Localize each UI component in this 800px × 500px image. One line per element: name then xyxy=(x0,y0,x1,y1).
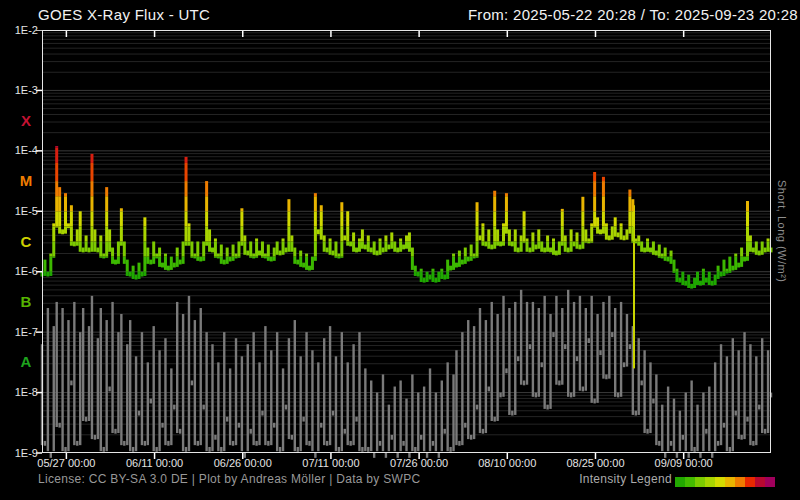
right-axis-label: Short, Long (W/m²) xyxy=(776,180,788,330)
legend-swatch xyxy=(695,477,705,487)
x-axis-label: 05/27 00:00 xyxy=(20,457,112,469)
x-axis-label: 07/26 00:00 xyxy=(373,457,465,469)
x-axis-label: 06/26 00:00 xyxy=(197,457,289,469)
y-axis-label: 1E-4 xyxy=(0,144,38,156)
x-axis-label: 08/10 00:00 xyxy=(461,457,553,469)
flux-plot xyxy=(34,30,779,463)
x-axis-label: 09/09 00:00 xyxy=(638,457,730,469)
x-axis-label: 08/25 00:00 xyxy=(549,457,641,469)
flux-class-M: M xyxy=(14,172,38,189)
legend-swatch xyxy=(725,477,735,487)
y-axis-label: 1E-5 xyxy=(0,205,38,217)
page-title: GOES X-Ray Flux - UTC xyxy=(38,6,210,23)
legend-swatch xyxy=(755,477,765,487)
legend-swatch xyxy=(675,477,685,487)
legend-swatch xyxy=(715,477,725,487)
y-axis-label: 1E-7 xyxy=(0,326,38,338)
flux-class-C: C xyxy=(14,233,38,250)
flux-class-A: A xyxy=(14,353,38,370)
x-axis-label: 07/11 00:00 xyxy=(285,457,377,469)
y-axis-label: 1E-8 xyxy=(0,386,38,398)
x-axis-label: 06/11 00:00 xyxy=(109,457,201,469)
y-axis-label: 1E-6 xyxy=(0,265,38,277)
intensity-legend-label: Intensity Legend xyxy=(480,472,672,486)
y-axis-label: 1E-3 xyxy=(0,84,38,96)
flux-class-X: X xyxy=(14,112,38,129)
legend-swatch xyxy=(685,477,695,487)
date-range-label: From: 2025-05-22 20:28 / To: 2025-09-23 … xyxy=(468,6,798,23)
legend-swatch xyxy=(705,477,715,487)
legend-swatch xyxy=(765,477,775,487)
y-axis-label: 1E-2 xyxy=(0,24,38,36)
license-text: License: CC BY-SA 3.0 DE | Plot by Andre… xyxy=(38,472,420,486)
goes-xray-flux-app: GOES X-Ray Flux - UTC From: 2025-05-22 2… xyxy=(0,0,800,500)
legend-swatch xyxy=(735,477,745,487)
flux-class-B: B xyxy=(14,293,38,310)
legend-swatch xyxy=(745,477,755,487)
intensity-legend-bar xyxy=(675,477,775,487)
